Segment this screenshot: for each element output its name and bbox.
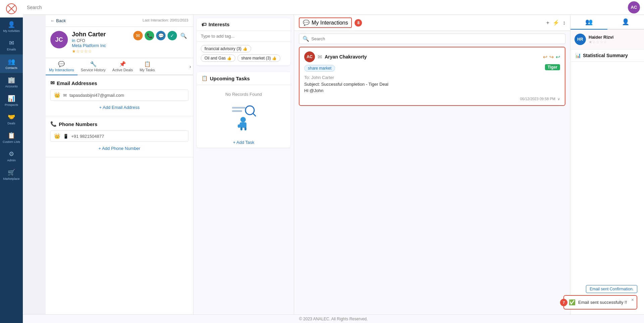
sidebar-item-marketplace[interactable]: 🛒 Marketplace (0, 165, 23, 184)
related-contact-stars: ★☆☆☆☆ (589, 40, 613, 44)
contact-avatar: JC (50, 31, 68, 48)
tag-label: share market (3) (241, 56, 271, 60)
add-task-link[interactable]: + Add Task (197, 137, 290, 148)
tab-active-deals[interactable]: 📌 Active Deals (109, 58, 136, 75)
upcoming-tasks-card: 📋 Upcoming Tasks No Records Found (197, 72, 290, 148)
svg-rect-11 (244, 127, 246, 130)
tab-service-history[interactable]: 🔧 Service History (78, 58, 109, 75)
stat-summary-icon: 📊 (575, 53, 581, 58)
reply-button[interactable]: ↩ (543, 54, 547, 60)
sidebar-item-label: Accounts (5, 85, 17, 88)
add-phone-link[interactable]: + Add Phone Number (50, 145, 188, 152)
sidebar-item-label: Marketplace (3, 177, 19, 180)
email-row: 👑 ✉ tapasdasbijni47@gmail.com (50, 89, 188, 101)
svg-rect-8 (240, 122, 246, 128)
tag-label: Oil and Gas (204, 56, 226, 60)
svg-point-5 (245, 106, 254, 115)
custom-lists-icon: 📋 (8, 132, 15, 139)
footer-text: © 2023 ANALEC. All Rights Reserved. (299, 317, 368, 321)
tabs-right-arrow[interactable]: › (187, 64, 193, 69)
sidebar-item-label: Custom Lists (3, 140, 20, 144)
search-icon: 🔍 (303, 36, 309, 42)
interaction-reply-buttons: ↩ ↪ ↩ (543, 54, 560, 60)
admin-icon: ⚙ (9, 150, 14, 158)
last-interaction-text: Last Interaction: 20/01/2023 (143, 18, 188, 22)
toast-container: Email sent Confirmation. 7 ✅ Email sent … (563, 285, 637, 310)
upcoming-tasks-header: 📋 Upcoming Tasks (197, 72, 290, 85)
toast-message: Email sent successfully !! (578, 300, 627, 305)
contact-rating: ★☆☆☆☆ (72, 49, 129, 54)
interactions-search-box: 🔍 (299, 34, 565, 44)
more-action-button[interactable]: 🔍 (179, 31, 188, 40)
sidebar-item-label: My Activities (3, 29, 20, 33)
sidebar-item-emails[interactable]: ✉ Emails (0, 36, 23, 54)
back-arrow-icon: ← (50, 18, 55, 23)
toast-badge: 7 (560, 299, 567, 306)
sort-interactions-button[interactable]: ↕ (563, 20, 565, 26)
forward-button[interactable]: ↩ (556, 54, 560, 60)
contact-company[interactable]: Meta Platform Inc (72, 43, 129, 48)
interests-icon: 🏷 (201, 22, 206, 27)
main-content: ← Back Last Interaction: 20/01/2023 JC J… (46, 15, 644, 323)
active-deals-tab-icon: 📌 (119, 61, 126, 67)
svg-rect-9 (238, 124, 240, 128)
tasks-icon: 📋 (201, 75, 208, 81)
sidebar-item-my-activities[interactable]: 👤 My Activities (0, 17, 23, 36)
tag-oil-gas[interactable]: Oil and Gas 👍 (201, 54, 235, 62)
interactions-panel: 💬 My Interactions 8 + ⚡ ↕ 🔍 AC ✉ (294, 15, 570, 323)
deals-icon: 🤝 (8, 113, 15, 121)
sidebar-item-admin[interactable]: ⚙ Admin (0, 147, 23, 165)
linkedin-icon: in (72, 38, 75, 43)
related-contact-card: HR Haider Rizvi ★☆☆☆☆ (570, 30, 644, 49)
expand-icon[interactable]: ∨ (557, 97, 560, 101)
sidebar-item-custom-lists[interactable]: 📋 Custom Lists (0, 128, 23, 147)
tag-input[interactable] (197, 31, 290, 42)
interaction-to: To: John Carter (304, 74, 560, 81)
phone-section: 📞 Phone Numbers 👑 📱 +91 9821504877 + Add… (46, 116, 193, 157)
my-interactions-title-box[interactable]: 💬 My Interactions (299, 17, 352, 28)
contacts-icon: 👥 (8, 58, 15, 65)
search-input[interactable] (27, 5, 628, 10)
crown-icon: 👑 (54, 92, 60, 98)
tag-like-icon: 👍 (272, 56, 277, 60)
filter-interactions-button[interactable]: ⚡ (553, 19, 559, 26)
no-records-text: No Records Found (225, 92, 262, 97)
footer: © 2023 ANALEC. All Rights Reserved. (23, 314, 644, 323)
email-section-title: ✉ Email Addresses (50, 80, 188, 86)
my-interactions-tab-icon: 💬 (58, 61, 65, 67)
toast-check-icon: ✅ (569, 299, 576, 306)
phone-action-button[interactable]: 📞 (145, 31, 154, 40)
reply-all-button[interactable]: ↪ (549, 54, 554, 60)
sidebar-item-accounts[interactable]: 🏢 Accounts (0, 73, 23, 91)
sidebar-item-prospects[interactable]: 📊 Prospects (0, 91, 23, 110)
phone-icon: 📱 (63, 134, 68, 139)
far-right-tab-person[interactable]: 👤 (607, 15, 644, 30)
interaction-tag: share market (304, 65, 335, 72)
tab-my-interactions[interactable]: 💬 My Interactions (46, 58, 78, 75)
toast-close-button[interactable]: × (631, 297, 634, 302)
task-action-button[interactable]: ✓ (168, 31, 177, 40)
interactions-search-input[interactable] (311, 36, 562, 41)
email-action-button[interactable]: ✉ (133, 31, 143, 40)
back-button[interactable]: ← Back (50, 18, 66, 23)
crown-icon: 👑 (54, 133, 60, 139)
tag-share-market[interactable]: share market (3) 👍 (237, 54, 280, 62)
tab-my-tasks[interactable]: 📋 My Tasks (136, 58, 158, 75)
add-email-link[interactable]: + Add Email Address (50, 104, 188, 111)
interaction-footer: 06/12/2023 09:58 PM ∨ (304, 97, 560, 101)
sidebar-item-deals[interactable]: 🤝 Deals (0, 110, 23, 128)
sidebar-item-contacts[interactable]: 👥 Contacts (0, 54, 23, 73)
contact-name: John Carter (72, 31, 129, 38)
sender-mail-icon: ✉ (318, 54, 322, 60)
add-interaction-button[interactable]: + (546, 20, 549, 26)
related-contact-avatar: HR (574, 34, 586, 45)
app-logo[interactable] (0, 0, 23, 17)
related-contact-info: Haider Rizvi ★☆☆☆☆ (589, 35, 613, 44)
user-avatar[interactable]: AC (628, 1, 640, 13)
middle-panel: 🏷 Interests financial advisory (3) 👍 Oil… (193, 15, 294, 323)
phone-section-title: 📞 Phone Numbers (50, 121, 188, 127)
chat-action-button[interactable]: 💬 (156, 31, 166, 40)
phone-section-icon: 📞 (50, 121, 57, 127)
far-right-tab-team[interactable]: 👥 (570, 15, 607, 30)
tag-financial-advisory[interactable]: financial advisory (3) 👍 (201, 45, 251, 52)
